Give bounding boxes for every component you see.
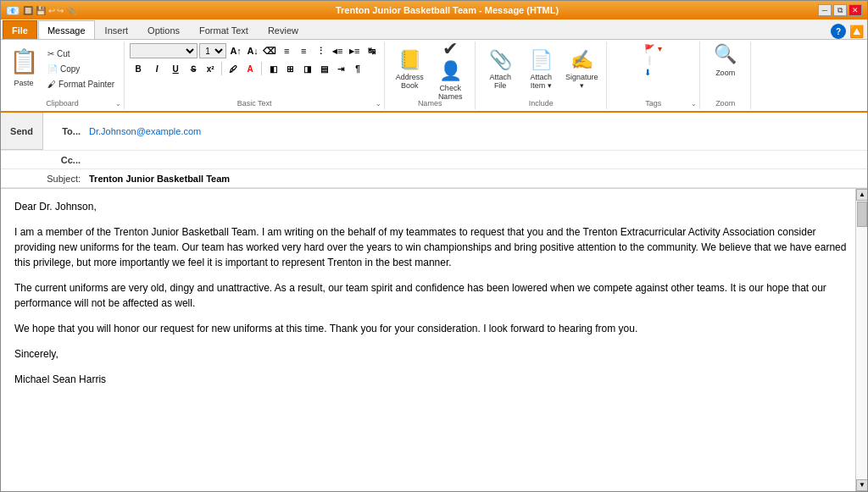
restore-button[interactable]: ⧉ <box>833 4 847 16</box>
paste-button[interactable]: 📋 <box>6 43 42 79</box>
font-row: 18 A↑ A↓ ⌫ ≡ ≡ ⋮ ◂≡ ▸≡ ↹ <box>130 43 379 58</box>
minimize-ribbon-button[interactable]: 🔼 <box>849 25 864 38</box>
tags-buttons: 🚩 ▾ ❕ ⬇ <box>642 43 665 108</box>
signature-button[interactable]: ✍ Signature ▾ <box>562 43 601 96</box>
align-left-button[interactable]: ◧ <box>265 61 281 76</box>
basic-text-group-label: Basic Text <box>125 99 384 108</box>
close-button[interactable]: ✕ <box>849 4 862 16</box>
scrollbar[interactable]: ▲ ▼ <box>855 189 867 491</box>
shrink-font-button[interactable]: A↓ <box>245 43 260 58</box>
title-bar: 📧 🔲 💾 ↩ ↪ 📎 Trenton Junior Basketball Te… <box>1 1 867 19</box>
clear-format-button[interactable]: ⌫ <box>262 43 277 58</box>
scroll-thumb[interactable] <box>857 202 867 227</box>
list-btn3[interactable]: ⋮ <box>313 43 328 58</box>
tab-file[interactable]: File <box>3 20 37 39</box>
indent-decrease-button[interactable]: ◂≡ <box>330 43 345 58</box>
attach-file-button[interactable]: 📎 AttachFile <box>481 43 520 96</box>
format-row2: B I U S̶ x² 🖊 A ◧ ⊞ ◨ ▤ ⇥ ¶ <box>130 61 365 76</box>
paragraph2: The current uniforms are very old, dingy… <box>14 280 854 311</box>
justify-button[interactable]: ▤ <box>316 61 331 76</box>
cut-button[interactable]: ✂ Cut <box>43 47 119 61</box>
include-group-label: Include <box>476 99 606 108</box>
window-title: Trenton Junior Basketball Team - Message… <box>76 5 818 15</box>
align-center-button[interactable]: ⊞ <box>282 61 298 76</box>
zoom-group-label: Zoom <box>700 99 750 108</box>
indent-btn[interactable]: ⇥ <box>333 61 348 76</box>
address-book-label: AddressBook <box>396 73 424 90</box>
check-names-label: CheckNames <box>438 84 463 101</box>
check-names-button[interactable]: ✔👤 CheckNames <box>431 43 470 96</box>
indent-increase-button[interactable]: ▸≡ <box>347 43 362 58</box>
font-size-select[interactable]: 18 <box>199 43 226 58</box>
scissors-icon: ✂ <box>47 49 54 58</box>
zoom-area: 🔍 Zoom <box>714 43 737 89</box>
low-importance-button[interactable]: ⬇ <box>642 67 665 78</box>
attach-item-button[interactable]: 📄 AttachItem ▾ <box>521 43 560 96</box>
paste-label: Paste <box>14 79 33 87</box>
zoom-icon: 🔍 <box>714 43 737 64</box>
to-row: Send To... <box>1 113 867 151</box>
scroll-up-button[interactable]: ▲ <box>856 189 867 201</box>
superscript-button[interactable]: x² <box>203 61 218 76</box>
names-group: 📒 AddressBook ✔👤 CheckNames Names <box>385 41 476 109</box>
send-button[interactable]: Send <box>1 113 42 150</box>
help-button[interactable]: ? <box>831 24 846 39</box>
list-btn2[interactable]: ≡ <box>296 43 311 58</box>
basic-text-expand-icon[interactable]: ⌄ <box>376 100 381 108</box>
include-buttons: 📎 AttachFile 📄 AttachItem ▾ ✍ Signature … <box>481 43 601 108</box>
paragraph3: We hope that you will honor our request … <box>14 321 854 336</box>
bold-button[interactable]: B <box>130 61 147 76</box>
attach-item-icon: 📄 <box>530 49 553 71</box>
compose-area: Send To... Cc... Subject: Dear Dr. Johns… <box>1 113 867 491</box>
subject-row: Subject: <box>1 169 867 188</box>
italic-button[interactable]: I <box>148 61 165 76</box>
tags-group-label: Tags <box>607 99 699 108</box>
basic-text-group: 18 A↑ A↓ ⌫ ≡ ≡ ⋮ ◂≡ ▸≡ ↹ B I U S̶ <box>125 41 385 109</box>
ribbon-tab-bar: File Message Insert Options Format Text … <box>1 19 867 40</box>
tab-review[interactable]: Review <box>259 20 308 39</box>
clipboard-group-label: Clipboard <box>1 99 124 108</box>
low-importance-icon: ⬇ <box>644 68 651 77</box>
tags-col: 🚩 ▾ ❕ ⬇ <box>642 43 665 78</box>
tab-insert[interactable]: Insert <box>96 20 138 39</box>
strikethrough-button[interactable]: S̶ <box>186 61 201 76</box>
address-book-button[interactable]: 📒 AddressBook <box>390 43 429 96</box>
paragraph1: I am a member of the Trenton Junior Bask… <box>14 224 854 270</box>
names-buttons: 📒 AddressBook ✔👤 CheckNames <box>390 43 470 108</box>
copy-icon: 📄 <box>47 64 58 74</box>
scroll-down-button[interactable]: ▼ <box>856 479 867 491</box>
signature-icon: ✍ <box>570 49 593 71</box>
cc-label: Cc... <box>43 155 86 165</box>
grow-font-button[interactable]: A↑ <box>228 43 243 58</box>
clipboard-expand-icon[interactable]: ⌄ <box>115 100 121 108</box>
paragraph-btn[interactable]: ¶ <box>350 61 365 76</box>
high-importance-button[interactable]: ❕ <box>642 55 665 66</box>
minimize-button[interactable]: ─ <box>818 4 832 16</box>
signature: Michael Sean Harris <box>14 372 854 387</box>
zoom-button[interactable]: 🔍 <box>714 43 737 65</box>
follow-up-button[interactable]: 🚩 ▾ <box>642 43 665 54</box>
attach-file-icon: 📎 <box>489 49 512 71</box>
closing: Sincerely, <box>14 346 854 362</box>
tab-format-text[interactable]: Format Text <box>190 20 258 39</box>
names-group-label: Names <box>385 99 475 108</box>
scroll-track <box>856 201 867 479</box>
tab-message[interactable]: Message <box>38 20 95 39</box>
font-family-select[interactable] <box>130 43 198 58</box>
subject-label: Subject: <box>43 174 86 184</box>
format-painter-button[interactable]: 🖌 Format Painter <box>43 77 119 91</box>
cc-row: Cc... <box>1 151 867 169</box>
font-color-button[interactable]: A <box>242 61 258 76</box>
tags-expand-icon[interactable]: ⌄ <box>691 100 697 108</box>
underline-button[interactable]: U <box>167 61 184 76</box>
align-right-button[interactable]: ◨ <box>299 61 314 76</box>
text-highlight-button[interactable]: 🖊 <box>225 61 241 76</box>
to-field[interactable] <box>86 124 867 138</box>
rtl-ltr-button[interactable]: ↹ <box>364 43 379 58</box>
tab-options[interactable]: Options <box>138 20 189 39</box>
copy-button[interactable]: 📄 Copy <box>43 62 119 76</box>
subject-field[interactable] <box>86 172 867 185</box>
list-btn1[interactable]: ≡ <box>279 43 294 58</box>
email-body: Dear Dr. Johnson, I am a member of the T… <box>1 189 867 491</box>
cc-field[interactable] <box>86 153 867 167</box>
